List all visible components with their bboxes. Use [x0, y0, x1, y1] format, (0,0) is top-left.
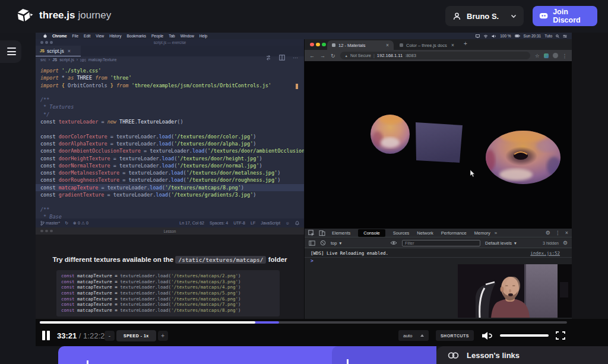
code-line: const matcapTexture = textureLoader.load…: [36, 184, 304, 191]
console-toolbar: top▾ Default levels▾ 3 hidden ⚙: [305, 238, 572, 248]
code-line: [36, 198, 304, 205]
tab-close-icon: ×: [68, 48, 71, 54]
pause-button[interactable]: [42, 331, 51, 340]
back-icon: ←: [309, 53, 315, 59]
code-line: const matcapTexture = textureLoader.load…: [61, 290, 275, 296]
console-log-row: [WDS] Live Reloading enabled. index.js:5…: [305, 249, 572, 258]
browser-tab-materials: 12 - Materials ×: [327, 40, 394, 50]
speed-increase-button[interactable]: +: [158, 331, 168, 341]
devtools-tab-performance: Performance: [441, 230, 467, 236]
progress-played: [40, 321, 255, 324]
devtools-menu-icon: ⋮: [555, 230, 560, 236]
chrome-tabstrip: 12 - Materials × Color – three.js docs ×…: [305, 39, 572, 50]
js-file-icon: JS: [40, 49, 45, 53]
code-line: const doorNormalTexture = textureLoader.…: [36, 162, 304, 169]
menubar-item-window: Window: [180, 34, 194, 38]
devtools-settings-icon: ⚙: [546, 230, 550, 236]
tab-close-icon: ×: [386, 42, 389, 48]
shortcuts-button[interactable]: SHORTCUTS: [436, 330, 474, 341]
join-discord-button[interactable]: Join Discord: [533, 6, 597, 26]
hidden-messages-count: 3 hidden: [543, 241, 559, 245]
quality-select[interactable]: auto: [398, 330, 429, 341]
user-name: Bruno S.: [467, 12, 505, 21]
progress-bar[interactable]: [40, 321, 567, 324]
volume-icon: [492, 34, 496, 38]
video-player: ChromeFileEditViewHistoryBookmarksPeople…: [36, 33, 608, 346]
overview-ruler-mark: [296, 84, 298, 89]
lessons-links-panel[interactable]: Lesson's links: [436, 346, 608, 364]
volume-icon[interactable]: [481, 331, 493, 340]
menubar-item-edit: Edit: [84, 34, 90, 38]
fullscreen-icon[interactable]: [556, 331, 565, 340]
git-branch-icon: [40, 221, 45, 226]
url-port: :8083: [405, 53, 416, 58]
vscode-titlebar: script.js — exercise: [36, 39, 304, 46]
brand-logo[interactable]: three.jsjourney: [15, 7, 111, 24]
console-filter-input: [402, 240, 480, 246]
code-line: const doorAlphaTexture = textureLoader.l…: [36, 140, 304, 147]
user-icon: [452, 12, 461, 21]
forward-icon: →: [320, 53, 325, 59]
code-line: */: [36, 111, 304, 118]
code-line: const doorHeightTexture = textureLoader.…: [36, 155, 304, 162]
code-line: const matcapTexture = textureLoader.load…: [61, 279, 275, 285]
log-levels-select: Default levels▾: [485, 240, 517, 246]
code-line: import { OrbitControls } from 'three/exa…: [36, 82, 304, 89]
menubar-item-file: File: [72, 34, 78, 38]
code-line: /**: [36, 206, 304, 213]
speed-decrease-button[interactable]: -: [104, 331, 115, 341]
code-line: const gradientTexture = textureLoader.lo…: [36, 191, 304, 198]
code-editor: import './style.css'import * as THREE fr…: [36, 63, 304, 219]
lessons-links-label: Lesson's links: [467, 351, 520, 360]
address-bar: ▲ Not Secure | 192.168.1.11:8083: [340, 52, 530, 59]
sphere-mesh: [370, 113, 410, 154]
code-line: * Textures: [36, 103, 304, 110]
user-menu-button[interactable]: Bruno S.: [445, 6, 524, 26]
close-light: [310, 43, 314, 47]
lesson-heading: Try different textures available on the …: [36, 256, 304, 263]
plane-mesh: [416, 122, 463, 163]
speed-button[interactable]: SPEED - 1x: [116, 330, 156, 341]
reload-icon: ↻: [331, 53, 335, 59]
menubar-item-bookmarks: Bookmarks: [126, 34, 146, 38]
devtools-tab-elements: Elements: [332, 230, 350, 236]
code-line: const matcapTexture = textureLoader.load…: [61, 308, 275, 314]
console-source-link: index.js:52: [530, 251, 560, 256]
apple-icon: [43, 34, 47, 38]
url-host: 192.168.1.11: [377, 53, 403, 58]
code-line: /**: [36, 96, 304, 103]
console-message: [WDS] Live Reloading enabled.: [305, 251, 388, 256]
menubar-item-chrome: Chrome: [52, 34, 67, 38]
profile-avatar: [553, 53, 558, 58]
instructor-video: [458, 264, 572, 318]
link-icon: [447, 351, 460, 360]
sidebar-menu-button[interactable]: [0, 40, 21, 63]
inspect-element-icon: [308, 230, 315, 236]
code-line: const matcapTexture = textureLoader.load…: [61, 296, 275, 302]
volume-slider[interactable]: [500, 334, 549, 337]
language-mode: JavaScript: [261, 221, 280, 225]
wifi-icon: [483, 34, 488, 38]
battery-percent: 100 %: [500, 34, 511, 38]
not-secure-icon: ▲: [345, 54, 348, 58]
devtools-tabbar: ElementsConsoleSourcesNetworkPerformance…: [305, 229, 572, 238]
code-line: const matcapTexture = textureLoader.load…: [61, 302, 275, 308]
discord-icon: [539, 12, 548, 20]
chrome-window: 12 - Materials × Color – three.js docs ×…: [304, 39, 572, 319]
chevron-down-icon: [511, 14, 517, 18]
code-line: const doorMetalnessTexture = textureLoad…: [36, 169, 304, 176]
code-line: import * as THREE from 'three': [36, 74, 304, 81]
code-line: * Base: [36, 213, 304, 219]
current-time: 33:21: [57, 331, 77, 340]
tab-favicon: [332, 43, 335, 47]
battery-icon: [515, 34, 520, 37]
vscode-window: script.js — exercise JS script.js × ···: [36, 39, 304, 227]
tab-favicon: [400, 43, 403, 47]
js-context-select: top▾: [331, 240, 385, 246]
threejs-logo-icon: [15, 7, 33, 24]
sync-icon: ↻: [65, 221, 68, 226]
control-center-icon: [563, 34, 567, 38]
vscode-window-title: script.js — exercise: [36, 40, 304, 45]
video-surface[interactable]: ChromeFileEditViewHistoryBookmarksPeople…: [36, 33, 572, 319]
cursor-position: Ln 17, Col 62: [179, 221, 204, 225]
